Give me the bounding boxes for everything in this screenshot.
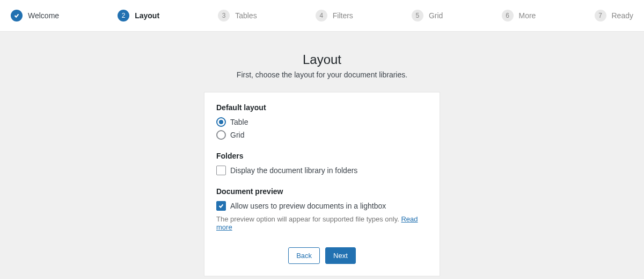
step-layout[interactable]: 2 Layout	[118, 10, 159, 22]
next-button[interactable]: Next	[325, 247, 356, 264]
step-number: 7	[595, 10, 606, 22]
card-actions: Back Next	[216, 247, 428, 264]
step-label: Layout	[135, 11, 159, 20]
preview-hint: The preview option will appear for suppo…	[216, 215, 428, 231]
radio-label: Grid	[230, 131, 244, 139]
step-label: More	[519, 11, 536, 20]
step-label: Tables	[235, 11, 257, 20]
step-number: 4	[316, 10, 327, 22]
checkbox-preview[interactable]: Allow users to preview documents in a li…	[216, 201, 428, 211]
radio-icon	[216, 130, 226, 140]
step-number: 6	[502, 10, 514, 22]
step-welcome[interactable]: Welcome	[11, 10, 59, 22]
hint-text: The preview option will appear for suppo…	[216, 215, 401, 223]
page-title: Layout	[0, 52, 644, 67]
check-icon	[11, 10, 23, 22]
settings-card: Default layout Table Grid Folders Displa…	[204, 92, 440, 276]
checkbox-folders[interactable]: Display the document library in folders	[216, 166, 428, 175]
step-label: Ready	[612, 11, 633, 20]
radio-label: Table	[230, 118, 248, 126]
step-more[interactable]: 6 More	[502, 10, 536, 22]
step-number: 5	[412, 10, 423, 22]
radio-icon	[216, 117, 226, 127]
step-number: 3	[218, 10, 230, 22]
wizard-content: Layout First, choose the layout for your…	[0, 32, 644, 279]
radio-table[interactable]: Table	[216, 117, 428, 127]
section-title: Document preview	[216, 187, 428, 196]
section-folders: Folders Display the document library in …	[216, 152, 428, 175]
step-label: Welcome	[28, 11, 59, 20]
step-number: 2	[118, 10, 129, 22]
step-label: Filters	[333, 11, 353, 20]
checkbox-label: Display the document library in folders	[230, 166, 357, 175]
step-filters[interactable]: 4 Filters	[316, 10, 353, 22]
radio-grid[interactable]: Grid	[216, 130, 428, 140]
step-label: Grid	[429, 11, 443, 20]
section-title: Folders	[216, 152, 428, 160]
step-grid[interactable]: 5 Grid	[412, 10, 443, 22]
section-title: Default layout	[216, 103, 428, 112]
step-tables[interactable]: 3 Tables	[218, 10, 257, 22]
section-preview: Document preview Allow users to preview …	[216, 187, 428, 231]
setup-stepper: Welcome 2 Layout 3 Tables 4 Filters 5 Gr…	[0, 0, 644, 32]
section-default-layout: Default layout Table Grid	[216, 103, 428, 140]
back-button[interactable]: Back	[288, 247, 320, 264]
checkbox-icon	[216, 201, 226, 211]
checkbox-icon	[216, 166, 226, 175]
step-ready[interactable]: 7 Ready	[595, 10, 633, 22]
checkbox-label: Allow users to preview documents in a li…	[230, 202, 386, 210]
page-subtitle: First, choose the layout for your docume…	[0, 70, 644, 79]
